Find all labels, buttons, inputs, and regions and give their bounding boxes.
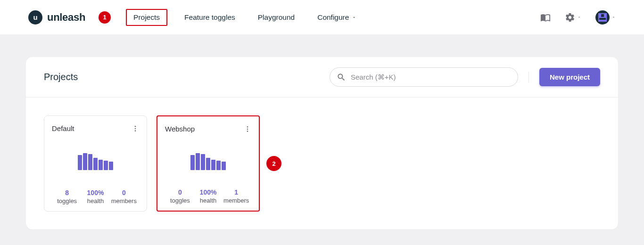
stat-members: 1 members [222,188,250,204]
stat-value: 0 [166,188,194,196]
project-card-default[interactable]: Default 8 toggles 100% health 0 mem [44,115,147,212]
new-project-button[interactable]: New project [539,68,600,86]
chart-bar [216,161,221,170]
stat-value: 8 [53,189,81,196]
stat-toggles: 8 toggles [53,189,81,204]
nav-configure-label: Configure [317,13,349,22]
chart-bar [201,154,205,170]
stat-value: 0 [110,189,138,196]
search-field[interactable] [330,67,518,87]
gear-icon [565,12,575,23]
chevron-down-icon [352,15,356,20]
chart-bar [196,153,200,170]
svg-point-0 [135,126,136,127]
panel-header-actions: New project [330,67,600,87]
page-body: Projects New project Default 8 [0,34,644,245]
svg-point-4 [247,128,248,130]
nav-projects[interactable]: Projects [126,9,167,26]
stat-value: 100% [194,188,223,196]
card-stats: 8 toggles 100% health 0 members [52,189,139,204]
annotation-badge-1: 1 [99,11,111,24]
chart-bar [104,161,108,170]
project-card-wrap-webshop: Webshop 0 toggles 100% health [157,115,281,212]
nav-configure[interactable]: Configure [312,10,362,25]
project-cards: Default 8 toggles 100% health 0 mem [26,98,618,229]
annotation-badge-2: 2 [266,156,281,171]
nav-feature-toggles[interactable]: Feature toggles [179,10,241,25]
stat-health: 100% health [81,189,109,204]
chart-bar [206,158,210,170]
stat-toggles: 0 toggles [166,188,194,204]
search-icon [337,73,346,82]
more-vertical-icon[interactable] [132,125,139,132]
topbar-left: u unleash 1 Projects Feature toggles Pla… [28,9,362,26]
stat-label: toggles [53,197,81,204]
chevron-down-icon [577,15,581,19]
chart-bar [190,155,195,170]
settings-button[interactable] [565,12,581,23]
svg-point-2 [135,130,136,131]
projects-panel: Projects New project Default 8 [26,57,618,229]
stat-members: 0 members [110,189,138,204]
chart-bar [93,158,98,170]
card-title: Webshop [165,125,195,133]
page-title: Projects [44,72,78,82]
chart-bar [99,160,103,170]
activity-chart [52,151,139,170]
stat-value: 100% [81,189,109,196]
chevron-down-icon [611,15,616,19]
stat-label: health [194,197,223,204]
card-header: Webshop [165,125,251,133]
svg-point-5 [247,131,248,132]
logo-text: unleash [47,11,85,24]
stat-label: toggles [166,197,194,204]
chart-bar [83,153,87,170]
separator [528,72,529,83]
card-header: Default [52,124,139,132]
topbar: u unleash 1 Projects Feature toggles Pla… [0,0,644,34]
stat-label: health [81,197,109,204]
panel-header: Projects New project [26,57,618,98]
activity-chart [165,151,251,170]
card-title: Default [52,124,74,132]
svg-point-1 [135,128,136,129]
topbar-right [540,10,616,24]
search-input[interactable] [351,73,511,81]
docs-button[interactable] [540,12,551,23]
chart-bar [88,154,92,170]
stat-health: 100% health [194,188,223,204]
book-icon [540,12,551,23]
svg-point-3 [247,126,248,128]
stat-label: members [222,197,250,204]
chart-bar [222,162,226,170]
logo[interactable]: u unleash [28,10,85,24]
avatar [595,10,610,24]
project-card-webshop[interactable]: Webshop 0 toggles 100% health [157,115,260,212]
logo-mark: u [28,10,42,24]
nav-playground[interactable]: Playground [252,10,300,25]
card-stats: 0 toggles 100% health 1 members [165,188,251,204]
main-nav: Projects Feature toggles Playground Conf… [126,9,362,26]
profile-button[interactable] [595,10,616,24]
chart-bar [211,160,215,170]
chart-bar [78,155,82,170]
stat-label: members [110,197,138,204]
stat-value: 1 [222,188,250,196]
chart-bar [109,162,113,170]
more-vertical-icon[interactable] [244,125,251,133]
